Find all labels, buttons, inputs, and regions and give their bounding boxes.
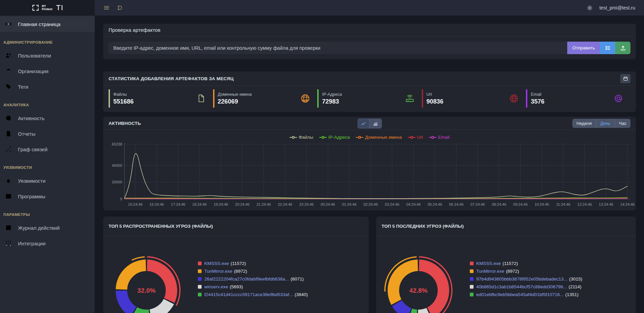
svg-text:0: 0 [120,197,122,201]
submit-button[interactable]: Отправить [567,42,600,54]
threat-name-link[interactable]: KMSSS.exe [204,261,229,266]
top-recent-threats-title: ТОП 5 ПОСЛЕДНИХ УГРОЗ (ФАЙЛЫ) [382,224,464,229]
sidebar-item-reports[interactable]: Отчеты [0,126,95,141]
threat-count: (11572) [231,261,246,266]
legend-color-swatch [198,277,202,281]
line-chart-mode-button[interactable] [358,119,370,128]
bar-chart-mode-button[interactable] [370,119,381,128]
legend-marker-icon [429,136,436,139]
threat-count: (3840) [295,292,308,297]
threat-name-link[interactable]: ed01ebfbc9eb5bbea545af4d01bf5f10716... [476,292,564,297]
menu-toggle-button[interactable] [104,5,110,11]
top-recent-threats-panel: ТОП 5 ПОСЛЕДНИХ УГРОЗ (ФАЙЛЫ) 42.8% KMSS… [376,217,636,313]
legend-item[interactable]: IP-Адреса [319,135,350,140]
sidebar-item-label: Интеграции [18,241,46,246]
threat-legend-item[interactable]: 40b865d1c3ab1b8544bcf57c88edd306798...(2… [470,284,582,289]
sidebar-item-label: Отчеты [18,131,36,137]
threat-name-link[interactable]: winserv.exe [204,284,228,289]
brand-suffix: TI [56,3,64,12]
threat-legend-item[interactable]: TunMirror.exe(8972) [198,269,308,274]
theme-toggle-sun-icon[interactable] [587,5,593,11]
sidebar-item-integrations[interactable]: Интеграции [0,236,95,251]
svg-text:15:24:46: 15:24:46 [128,202,143,206]
legend-color-swatch [198,262,202,265]
threat-legend-item[interactable]: 97b4d943605bbb3878f952e05bdebadec13...(3… [470,276,582,282]
sidebar-item-programs[interactable]: Программы [0,188,95,204]
chart-mode-toggle [358,118,382,129]
legend-item[interactable]: Файлы [290,135,313,140]
sidebar-item-activity[interactable]: Активность [0,110,95,126]
graph-icon [5,146,12,153]
threat-legend-item[interactable]: ed01ebfbc9eb5bbea545af4d01bf5f10716...(1… [470,292,582,297]
threat-legend-item[interactable]: TunMirror.exe(8972) [470,269,582,274]
history-flag-button[interactable] [116,5,122,11]
legend-color-swatch [470,293,474,296]
svg-text:65238: 65238 [112,142,122,146]
legend-color-swatch [198,285,202,289]
sidebar-section-header: АДМИНИСТРИРОВАНИЕ [0,32,95,48]
artifact-check-title: Проверка артефактов [109,27,160,33]
sidebar-item-label: Уязвимости [18,178,45,184]
legend-item[interactable]: Доменные имена [356,135,402,140]
top-common-threats-title: ТОП 5 РАСПРОСТРАНЕННЫХ УГРОЗ (ФАЙЛЫ) [109,224,213,229]
sidebar-item-label: Теги [18,84,28,90]
period-button[interactable]: Час [615,119,630,128]
stats-title: СТАТИСТИКА ДОБАВЛЕНИЯ АРТЕФАКТОВ ЗА МЕСЯ… [109,76,234,81]
threat-name-link[interactable]: 97b4d943605bbb3878f952e05bdebadec13... [476,276,568,282]
artifact-search-input[interactable] [109,42,567,54]
threat-name-link[interactable]: 26af2222204fca27c0fdabf9eefbfdb638a... [204,276,289,282]
sidebar-item-label: Программы [18,194,45,199]
legend-marker-icon [356,136,363,139]
sidebar-section-header: УЯЗВИМОСТИ [0,157,95,173]
threat-name-link[interactable]: TunMirror.exe [204,269,232,274]
stat-card-2: Доменные имена226069WWW [213,89,318,108]
threat-legend-item[interactable]: f24415c41d41cccc59171ace38e9bd533af...(3… [198,292,308,297]
legend-color-swatch [470,262,474,265]
threat-name-link[interactable]: f24415c41d41cccc59171ace38e9bd533af... [204,292,293,297]
sidebar-item-label: Организация [18,68,48,74]
top-recent-threats-legend: KMSSS.exe(11572)TunMirror.exe(8972)97b4d… [470,261,582,297]
svg-text:05:24:46: 05:24:46 [428,202,442,206]
bulk-check-list-button[interactable] [600,42,615,54]
stat-cards: Файлы551686Доменные имена226069WWWIP-Адр… [103,86,636,108]
topbar: test_pmi@test.ru [95,0,644,16]
legend-color-swatch [198,293,202,296]
activity-title: АКТИВНОСТЬ [109,121,141,126]
svg-text:WWW: WWW [302,99,309,102]
svg-text:12:24:46: 12:24:46 [577,202,592,206]
artifact-check-row: Отправить [103,37,636,54]
legend-item[interactable]: Url [408,135,423,140]
threat-legend-item[interactable]: winserv.exe(5693) [198,284,308,289]
calendar-button[interactable] [620,74,630,83]
svg-text:10:24:46: 10:24:46 [535,202,549,206]
threat-legend-item[interactable]: KMSSS.exe(11572) [198,261,308,266]
sidebar-item-organization[interactable]: Организация [0,63,95,79]
sidebar-item-vulnerabilities[interactable]: Уязвимости [0,173,95,188]
threat-count: (6071) [291,276,304,282]
threat-name-link[interactable]: TunMirror.exe [476,269,504,274]
sidebar-item-graph[interactable]: Граф связей [0,141,95,157]
svg-text:08:24:46: 08:24:46 [492,202,506,206]
legend-marker-icon [319,136,327,139]
legend-label: Доменные имена [365,135,402,140]
sidebar-item-tags[interactable]: Теги [0,79,95,94]
sidebar-item-action-log[interactable]: Журнал действий [0,220,95,236]
threat-name-link[interactable]: KMSSS.exe [476,261,501,266]
legend-item[interactable]: Email [429,135,450,140]
threat-name-link[interactable]: 40b865d1c3ab1b8544bcf57c88edd306798... [476,284,567,289]
period-buttons: НеделяДеньЧас [572,119,630,128]
bank-icon [5,68,12,74]
upload-file-button[interactable] [615,42,630,54]
threat-count: (8972) [506,269,519,274]
sidebar-item-users[interactable]: Пользователи [0,48,95,63]
sidebar-item-home[interactable]: Главная страница [0,16,95,32]
threat-legend-item[interactable]: KMSSS.exe(11572) [470,261,582,266]
svg-text:20000: 20000 [112,180,122,184]
sidebar-item-label: Активность [18,115,45,121]
sidebar-item-label: Пользователи [18,53,51,59]
account-email[interactable]: test_pmi@test.ru [599,5,635,10]
period-button[interactable]: День [596,119,615,128]
period-button[interactable]: Неделя [572,119,596,128]
threat-count: (5693) [230,284,243,289]
threat-legend-item[interactable]: 26af2222204fca27c0fdabf9eefbfdb638a...(6… [198,276,308,282]
